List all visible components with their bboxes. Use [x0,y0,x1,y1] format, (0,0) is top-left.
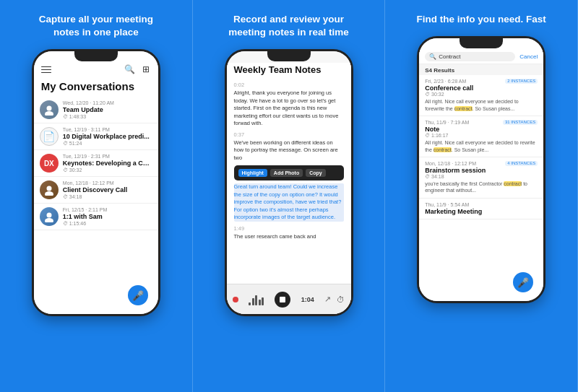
item-text: Mon, 12/18 · 12:12 PM Client Discovery C… [63,180,152,199]
item-name: Client Discovery Call [63,186,152,193]
item-date: Mon, 12/18 · 12:12 PM [63,180,152,186]
bar [262,297,264,305]
item-date: Tue, 12/19 · 3:11 PM [63,127,152,132]
text-toolbar[interactable]: Highlight Add Photo Copy [234,165,344,180]
list-item[interactable]: Wed, 12/20 · 11:20 AM Team Update 1:48:3… [34,97,158,123]
result-tag: 2 INSTANCES [505,79,538,84]
panel-1-headline: Capture all your meeting notes in one pl… [31,13,161,39]
cancel-button[interactable]: Cancel [519,53,538,60]
search-query: Contract [439,53,460,60]
stop-icon [280,297,285,302]
blue-highlighted: Great turn around team! Could we increas… [234,183,342,220]
timestamp-2: 0:37 [234,131,344,138]
item-text: Fri, 12/15 · 2:11 PM 1:1 with Sam 1:15:4… [63,207,152,226]
phone-1: 🔍 ⊞ My Conversations Wed, 12/20 · 11:20 … [32,49,160,316]
highlight-button[interactable]: Highlight [238,169,267,177]
avatar: 📄 [40,127,59,146]
timestamp-3: 1:49 [234,225,344,232]
panel-2: Record and review your meeting notes in … [193,0,386,392]
item-name: Keynotes: Developing a Cu... [63,160,152,167]
item-text: Tue, 12/19 · 2:31 PM Keynotes: Developin… [63,154,152,173]
item-date: Fri, 12/15 · 2:11 PM [63,207,152,212]
highlight: contract [454,106,473,111]
result-tag: 4 INSTANCES [505,161,538,166]
mic-button[interactable]: 🎤 [513,272,533,292]
bar [255,295,257,305]
svg-point-2 [46,186,51,191]
copy-button[interactable]: Copy [306,169,326,177]
result-item[interactable]: Thu, 11/9 · 5:54 AM Marketing Meeting [419,199,543,219]
note-text-1: Alright, thank you everyone for joining … [234,90,344,128]
list-item[interactable]: 📄 Tue, 12/19 · 3:11 PM 10 Digital Workpl… [34,123,158,150]
result-item[interactable]: Thu, 11/9 · 7:19 AM 31 INSTANCES Note ⏱ … [419,116,543,157]
bar [249,302,251,305]
result-name: Marketing Meeting [425,208,538,215]
audio-waveform [249,294,264,305]
playback-icons: ↗ ⏱ [324,295,345,304]
add-photo-button[interactable]: Add Photo [270,169,303,177]
list-item[interactable]: Mon, 12/18 · 12:12 PM Client Discovery C… [34,177,158,204]
svg-point-1 [45,111,53,116]
result-item[interactable]: Mon, 12/18 · 12:12 PM 4 INSTANCES Brains… [419,157,543,199]
highlighted-text: Great turn around team! Could we increas… [234,183,344,222]
share-icon[interactable]: ↗ [324,295,331,304]
search-icon[interactable]: 🔍 [125,64,135,74]
highlight: contract [504,181,522,186]
avatar [40,207,59,226]
list-item[interactable]: Fri, 12/15 · 2:11 PM 1:1 with Sam 1:15:4… [34,204,158,230]
panel-1: Capture all your meeting notes in one pl… [0,0,193,392]
phone3-content: 🔍 Contract Cancel S4 Results Fri, 2/23 ·… [419,38,543,301]
panel-2-headline: Record and review your meeting notes in … [224,13,354,39]
recording-bar: 1:04 ↗ ⏱ [227,284,351,314]
item-text: Wed, 12/20 · 11:20 AM Team Update 1:48:3… [63,100,152,119]
result-duration: ⏱ 1:16:17 [425,133,538,138]
result-date: Thu, 11/9 · 7:19 AM 31 INSTANCES [425,120,538,125]
add-icon[interactable]: ⊞ [141,64,151,74]
result-item[interactable]: Fri, 2/23 · 6:28 AM 2 INSTANCES Conferen… [419,75,543,116]
result-name: Note [425,126,538,133]
stop-button[interactable] [275,292,290,308]
p1-topbar: 🔍 ⊞ [34,63,158,77]
results-label: S4 Results [419,64,543,75]
item-name: 1:1 with Sam [63,213,152,220]
time-display: 1:04 [301,296,314,303]
result-date: Thu, 11/9 · 5:54 AM [425,202,538,207]
conversations-title: My Conversations [34,77,158,97]
result-duration: ⏱ 34:18 [425,174,538,179]
bar [252,298,254,305]
note-text-2: We've been working on different ideas on… [234,139,344,162]
svg-point-4 [46,213,51,218]
timestamp-1: 0:02 [234,82,344,88]
item-text: Tue, 12/19 · 3:11 PM 10 Digital Workplac… [63,127,152,146]
result-preview: All right. Nice call everyone we decided… [425,139,538,153]
highlight: contract [434,147,452,152]
item-name: Team Update [63,106,152,113]
item-date: Wed, 12/20 · 11:20 AM [63,100,152,105]
result-date: Fri, 2/23 · 6:28 AM 2 INSTANCES [425,79,538,84]
list-item[interactable]: DX Tue, 12/19 · 2:31 PM Keynotes: Develo… [34,150,158,177]
p1-top-icons: 🔍 ⊞ [125,64,151,74]
svg-point-5 [45,218,53,222]
panel-3-headline: Find the info you need. Fast [417,13,546,26]
phone-3: 🔍 Contract Cancel S4 Results Fri, 2/23 ·… [417,36,545,303]
result-name: Conference call [425,84,538,92]
record-dot [233,297,238,302]
phone-2: Weekly Team Notes 0:02 Alright, thank yo… [225,49,353,316]
result-name: Brainstorm session [425,167,538,174]
result-preview: you're basically the first Contractor co… [425,180,538,194]
avatar [40,100,59,119]
item-name: 10 Digital Workplace predi... [63,133,152,140]
svg-point-0 [46,106,51,111]
note-text-3: The user research came back and [234,233,344,241]
notch-1 [74,51,118,61]
conversations-list: Wed, 12/20 · 11:20 AM Team Update 1:48:3… [34,97,158,314]
item-duration: 1:48:33 [63,114,152,119]
hamburger-icon[interactable] [41,66,51,74]
result-date: Mon, 12/18 · 12:12 PM 4 INSTANCES [425,161,538,166]
notes-scroll[interactable]: 0:02 Alright, thank you everyone for joi… [227,78,351,284]
speed-icon[interactable]: ⏱ [337,295,345,304]
avatar [40,180,59,199]
search-icon: 🔍 [429,53,436,60]
bar [259,300,261,305]
search-input[interactable]: 🔍 Contract [425,52,515,61]
